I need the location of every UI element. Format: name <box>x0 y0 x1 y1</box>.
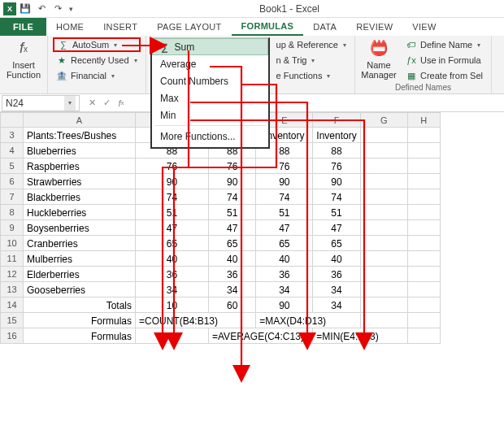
cell[interactable]: 40 <box>256 251 313 267</box>
cell[interactable]: =COUNT(B4:B13) <box>136 313 256 328</box>
row-header[interactable]: 11 <box>1 251 24 267</box>
cell[interactable]: 36 <box>313 267 360 282</box>
cell[interactable]: 90 <box>136 174 209 189</box>
cell[interactable]: =MIN(E4:E13) <box>313 328 407 344</box>
create-from-selection-button[interactable]: ▦ Create from Sel <box>402 68 486 83</box>
cell[interactable]: 74 <box>136 189 209 205</box>
cell[interactable]: 34 <box>136 282 209 298</box>
cell[interactable]: Cranberries <box>24 236 136 251</box>
cell[interactable] <box>360 236 407 251</box>
cell[interactable]: 51 <box>209 205 256 220</box>
cell[interactable] <box>407 143 440 159</box>
row-header[interactable]: 8 <box>1 205 24 220</box>
row-header[interactable]: 13 <box>1 282 24 298</box>
financial-button[interactable]: 🏦 Financial ▾ <box>53 68 141 83</box>
cell[interactable] <box>360 282 407 298</box>
cell[interactable]: 65 <box>313 236 360 251</box>
cell[interactable]: Totals <box>24 298 136 313</box>
autosum-button[interactable]: ∑ AutoSum ▾ <box>53 37 141 52</box>
cell[interactable]: 36 <box>136 267 209 282</box>
cell[interactable]: 76 <box>136 159 209 174</box>
cell[interactable]: 47 <box>256 220 313 236</box>
cell[interactable]: Blueberries <box>24 143 136 159</box>
row-header[interactable]: 12 <box>1 267 24 282</box>
cell[interactable]: 65 <box>256 236 313 251</box>
qat-customize-dropdown[interactable]: ▾ <box>67 2 75 16</box>
cell[interactable] <box>360 159 407 174</box>
select-all-corner[interactable] <box>1 113 24 128</box>
row-header[interactable]: 4 <box>1 143 24 159</box>
cell[interactable]: Elderberries <box>24 267 136 282</box>
math-trig-button[interactable]: n & Trig▾ <box>273 53 350 67</box>
cell[interactable]: =AVERAGE(C4:C13) <box>209 328 313 344</box>
tab-page-layout[interactable]: PAGE LAYOUT <box>147 18 231 36</box>
tab-view[interactable]: VIEW <box>402 18 445 36</box>
row-header[interactable]: 16 <box>1 328 24 344</box>
cell[interactable] <box>407 313 440 328</box>
cell[interactable] <box>360 174 407 189</box>
row-header[interactable]: 9 <box>1 220 24 236</box>
cell[interactable] <box>407 251 440 267</box>
cell[interactable]: 76 <box>209 159 256 174</box>
cell[interactable]: 65 <box>136 236 209 251</box>
cell[interactable]: 51 <box>136 205 209 220</box>
recently-used-button[interactable]: ★ Recently Used ▾ <box>53 53 141 67</box>
cell[interactable]: Inventory <box>313 128 360 143</box>
cell[interactable] <box>407 236 440 251</box>
tab-formulas[interactable]: FORMULAS <box>232 18 304 36</box>
cell[interactable]: 36 <box>209 267 256 282</box>
cell[interactable]: Raspberries <box>24 159 136 174</box>
cell[interactable]: 51 <box>313 205 360 220</box>
cell[interactable]: 74 <box>313 189 360 205</box>
use-in-formula-button[interactable]: ƒx Use in Formula <box>402 53 486 67</box>
cell[interactable]: Plants:Trees/Bushes <box>24 128 136 143</box>
cell[interactable]: 34 <box>313 282 360 298</box>
cell[interactable]: Mulberries <box>24 251 136 267</box>
cell[interactable]: 90 <box>313 174 360 189</box>
cell[interactable] <box>407 174 440 189</box>
row-header[interactable]: 15 <box>1 313 24 328</box>
col-header[interactable]: G <box>360 113 407 128</box>
cell[interactable]: Blackberries <box>24 189 136 205</box>
cell[interactable]: 90 <box>256 174 313 189</box>
cell[interactable]: 74 <box>256 189 313 205</box>
dropdown-item-count-numbers[interactable]: Count Numbers <box>152 72 268 89</box>
cell[interactable]: 47 <box>313 220 360 236</box>
cell[interactable] <box>360 143 407 159</box>
cell[interactable]: 40 <box>209 251 256 267</box>
cell[interactable]: Formulas <box>24 313 136 328</box>
tab-file[interactable]: FILE <box>0 18 46 36</box>
cell[interactable] <box>407 205 440 220</box>
define-name-button[interactable]: 🏷 Define Name▾ <box>402 37 486 52</box>
cell[interactable] <box>407 220 440 236</box>
dropdown-item-min[interactable]: Min <box>152 106 268 124</box>
cell[interactable] <box>136 328 209 344</box>
row-header[interactable]: 7 <box>1 189 24 205</box>
cell[interactable]: 36 <box>256 267 313 282</box>
cell[interactable]: 90 <box>209 174 256 189</box>
cell[interactable] <box>360 220 407 236</box>
cell[interactable] <box>360 267 407 282</box>
cell[interactable] <box>360 189 407 205</box>
cell[interactable]: Gooseberries <box>24 282 136 298</box>
dropdown-item-more-functions[interactable]: More Functions... <box>152 128 268 145</box>
cell[interactable]: Formulas <box>24 328 136 344</box>
cell[interactable]: 40 <box>313 251 360 267</box>
cell[interactable]: 74 <box>209 189 256 205</box>
cell[interactable] <box>360 251 407 267</box>
cell[interactable] <box>360 313 407 328</box>
cell[interactable]: Strawberries <box>24 174 136 189</box>
cell[interactable] <box>407 128 440 143</box>
tab-home[interactable]: HOME <box>46 18 93 36</box>
cell[interactable]: 65 <box>209 236 256 251</box>
cell[interactable]: Huckleberries <box>24 205 136 220</box>
col-header[interactable]: A <box>24 113 136 128</box>
save-button[interactable]: 💾 <box>18 2 33 16</box>
cell[interactable]: 76 <box>313 159 360 174</box>
enter-button[interactable]: ✓ <box>99 96 114 111</box>
cell[interactable]: 34 <box>209 282 256 298</box>
cell[interactable]: 51 <box>256 205 313 220</box>
cell[interactable]: 90 <box>256 298 313 313</box>
row-header[interactable]: 6 <box>1 174 24 189</box>
cell[interactable]: 76 <box>256 159 313 174</box>
